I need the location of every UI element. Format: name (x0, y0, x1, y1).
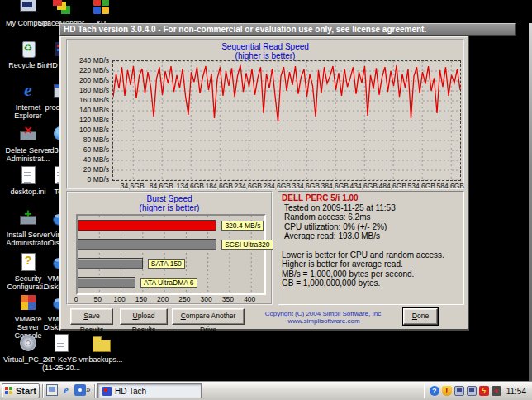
volume-icon[interactable] (492, 386, 501, 396)
x-axis-tick-label: 134,6GB (173, 182, 207, 190)
y-axis-tick-label: 220 MB/s (68, 66, 109, 74)
burst-bar-ata-ultradma-6 (78, 277, 135, 288)
system-tray: ?!ϟ 11:54 (425, 383, 530, 398)
y-axis-tick-label: 200 MB/s (68, 76, 109, 84)
drive-notes: Lower is better for CPU and random acces… (282, 250, 460, 288)
x-axis-tick-label: 234,6GB (231, 182, 264, 190)
taskbar-button-hdtach[interactable]: HD Tach (97, 383, 202, 398)
taskbar-button-label: HD Tach (115, 387, 146, 396)
internet-explorer-icon[interactable]: e (60, 384, 72, 396)
compare-another-drive-button[interactable]: Compare Another Drive (172, 308, 245, 325)
window-titlebar[interactable]: HD Tach version 3.0.4.0 - For non-commer… (59, 23, 516, 36)
quick-launch: e (46, 384, 86, 396)
desktop-icon-label: Explorer (3, 112, 53, 120)
x-axis-tick-label: 184,6GB (202, 182, 235, 190)
start-button-label: Start (16, 386, 36, 396)
desktop-icon-label: (11-25-20... (36, 364, 86, 372)
upload-results-button[interactable]: Upload Results (120, 308, 168, 325)
chevron-icon[interactable]: » (86, 385, 91, 394)
burst-bar-label: ATA UltraDMA 6 (140, 278, 197, 288)
done-button[interactable]: Done (403, 308, 438, 325)
network-icon[interactable] (454, 386, 464, 396)
burst-bar-row-ata-ultradma-6: ATA UltraDMA 6 (78, 277, 197, 288)
y-axis-tick-label: 40 MB/s (68, 155, 109, 164)
drive-stats: Tested on 2009-11-25 at 11:53Random acce… (282, 203, 460, 241)
burst-chart-title-text: Burst Speed (146, 194, 192, 203)
done-label: Done (404, 309, 437, 323)
drive-name: DELL PERC 5/i 1.00 (282, 193, 460, 203)
taskbar-clock: 11:54 (506, 387, 526, 396)
drive-stat-line: Average read: 193.0 MB/s (282, 231, 460, 241)
compare-another-drive-label: Compare Another Drive (173, 309, 244, 337)
x-axis-tick-label: 84,6GB (145, 182, 178, 190)
sequential-chart-svg (113, 61, 460, 180)
xp-keygen-icon (90, 0, 112, 17)
x-axis-tick-label: 434,6GB (347, 182, 380, 190)
save-results-button[interactable]: Save Results (70, 308, 113, 325)
burst-bar-sata-150 (78, 258, 143, 269)
media-icon[interactable] (74, 384, 86, 396)
burst-chart-subtitle: (higher is better) (68, 203, 271, 212)
burst-axis-tick: 300 (198, 295, 215, 303)
upload-results-label: Upload Results (121, 309, 167, 337)
copyright-text: Copyright (C) 2004 Simpli Software, Inc.… (248, 310, 400, 325)
drive-note-line: Higher is better for average read. (282, 260, 460, 269)
xp-keys-icon (50, 332, 72, 354)
burst-axis-tick: 250 (176, 295, 192, 303)
burst-axis-tick: 400 (241, 295, 258, 303)
burst-bar-row-tested-drive-burst: 320.4 MB/s (78, 220, 264, 231)
hdtach-tray-icon[interactable]: ϟ (479, 386, 489, 396)
hdtach-app-icon (102, 387, 112, 396)
x-axis-tick-label: 584,6GB (434, 182, 467, 190)
sequential-chart-title: Sequential Read Speed (higher is better) (68, 42, 463, 60)
burst-bar-label: SATA 150 (148, 259, 185, 269)
burst-axis-tick: 100 (112, 295, 128, 303)
drive-note-line: GB = 1,000,000,000 bytes. (282, 279, 460, 288)
x-axis-tick-label: 34,6GB (116, 182, 149, 190)
start-button[interactable]: Start (2, 383, 40, 398)
screen: My ComputerSpaceMongerXP Keygen.exeRecyc… (0, 0, 532, 400)
network-icon[interactable] (467, 386, 477, 396)
sequential-chart-title-text: Sequential Read Speed (221, 42, 309, 51)
x-axis-tick-label: 534,6GB (405, 182, 438, 190)
burst-axis-tick: 0 (68, 295, 84, 303)
burst-axis-tick: 150 (133, 295, 150, 303)
burst-bar-label: 320.4 MB/s (221, 221, 264, 231)
burst-axis-tick: 200 (154, 295, 171, 303)
desktop-icon-label: Administrat... (3, 155, 53, 163)
burst-plot: 320.4 MB/sSCSI Ultra320SATA 150ATA Ultra… (76, 214, 266, 295)
burst-speed-panel: Burst Speed (higher is better) 320.4 MB/… (66, 191, 273, 305)
spacemonger-icon (50, 0, 72, 17)
drive-note-line: MB/s = 1,000,000 bytes per second. (282, 269, 460, 279)
save-results-label: Save Results (71, 309, 112, 337)
x-axis-tick-label: 484,6GB (376, 182, 409, 190)
y-axis-tick-label: 20 MB/s (68, 165, 109, 174)
burst-bar-row-sata-150: SATA 150 (78, 258, 185, 269)
sequential-read-speed-panel: Sequential Read Speed (higher is better)… (66, 39, 464, 189)
burst-axis-tick: 350 (220, 295, 236, 303)
y-axis-tick-label: 120 MB/s (68, 116, 109, 124)
drive-stat-line: Tested on 2009-11-25 at 11:53 (282, 203, 460, 213)
windows-flag-icon (5, 387, 13, 395)
shield-icon[interactable]: ! (442, 386, 452, 396)
y-axis-tick-label: 180 MB/s (68, 86, 109, 94)
taskbar: Start e » HD Tach ?!ϟ 11:54 (0, 381, 532, 400)
y-axis-tick-label: 100 MB/s (68, 126, 109, 134)
burst-axis-tick: 50 (89, 295, 106, 303)
taskbar-separator (42, 384, 43, 398)
drive-info-panel: DELL PERC 5/i 1.00 Tested on 2009-11-25 … (278, 191, 464, 305)
burst-bar-row-scsi-ultra320: SCSI Ultra320 (78, 239, 273, 250)
burst-chart-title: Burst Speed (higher is better) (68, 194, 271, 212)
x-axis-tick-label: 334,6GB (289, 182, 322, 190)
help-icon[interactable]: ? (430, 386, 439, 396)
y-axis-tick-label: 0 MB/s (68, 175, 109, 183)
burst-bar-tested-drive-burst (78, 220, 216, 231)
x-axis-tick-label: 284,6GB (260, 182, 293, 190)
drive-note-line: Lower is better for CPU and random acces… (282, 250, 460, 260)
show-desktop-icon[interactable] (46, 384, 58, 396)
x-axis-tick-label: 384,6GB (318, 182, 351, 190)
sequential-chart-subtitle: (higher is better) (68, 51, 463, 60)
taskbar-separator (94, 384, 95, 398)
burst-x-axis: 050100150200250300350400 (76, 295, 266, 303)
burst-bar-scsi-ultra320 (78, 239, 216, 250)
